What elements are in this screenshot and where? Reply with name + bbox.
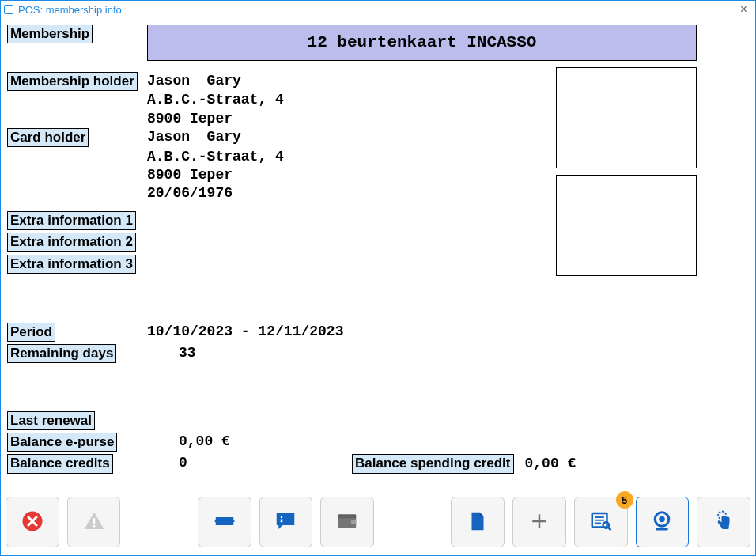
membership-info-window: POS: membership info × Membership 12 beu… <box>0 0 756 556</box>
warning-icon <box>82 509 106 535</box>
content-area: Membership 12 beurtenkaart INCASSO Membe… <box>1 18 755 494</box>
file-icon <box>466 509 490 535</box>
remaining-value: 33 <box>146 344 196 362</box>
photo-slot-1 <box>556 67 697 168</box>
search-list-button[interactable]: 5 <box>574 497 628 547</box>
ticket-button[interactable] <box>198 497 251 547</box>
webcam-button[interactable] <box>636 497 690 547</box>
label-extra2: Extra information 2 <box>7 233 136 252</box>
ticket-icon <box>213 509 236 535</box>
label-extra3: Extra information 3 <box>7 255 136 274</box>
cancel-button[interactable] <box>6 497 59 547</box>
svg-rect-2 <box>93 525 95 528</box>
toolbar: 5 <box>1 494 755 555</box>
window-title: POS: membership info <box>18 4 735 16</box>
epurse-value: 0,00 € <box>146 433 230 451</box>
add-button[interactable] <box>512 497 566 547</box>
label-cardholder: Card holder <box>7 128 89 147</box>
plus-icon <box>527 509 551 535</box>
svg-rect-7 <box>351 520 356 524</box>
cardholder-city: 8900 Ieper <box>146 166 232 184</box>
touch-icon <box>712 509 735 535</box>
label-spending: Balance spending credit <box>352 454 514 473</box>
cardholder-street: A.B.C.-Straat, 4 <box>146 148 284 166</box>
webcam-icon <box>650 509 674 535</box>
cardholder-name: Jason Gary <box>146 128 241 146</box>
spending-value: 0,00 € <box>514 455 576 473</box>
label-epurse: Balance e-purse <box>7 433 117 452</box>
label-extra1: Extra information 1 <box>7 211 136 230</box>
svg-rect-4 <box>281 519 283 522</box>
touch-button[interactable] <box>697 497 750 547</box>
label-membership: Membership <box>7 25 93 43</box>
membership-banner: 12 beurtenkaart INCASSO <box>147 25 697 61</box>
label-credits: Balance credits <box>7 454 113 473</box>
holder-name: Jason Gary <box>146 72 241 90</box>
svg-point-15 <box>660 516 666 522</box>
credits-value: 0 <box>146 454 187 472</box>
svg-rect-1 <box>93 518 95 524</box>
warning-button[interactable] <box>67 497 121 547</box>
svg-rect-6 <box>338 514 357 518</box>
label-holder: Membership holder <box>7 72 138 91</box>
message-button[interactable] <box>259 497 313 547</box>
titlebar: POS: membership info × <box>1 1 755 18</box>
wallet-icon <box>335 509 359 535</box>
svg-line-13 <box>607 527 610 530</box>
chat-icon <box>274 509 297 535</box>
badge-count: 5 <box>616 491 633 509</box>
document-button[interactable] <box>451 497 505 547</box>
photo-slot-2 <box>556 175 697 276</box>
window-icon <box>4 5 13 14</box>
svg-point-3 <box>281 516 283 518</box>
holder-city: 8900 Ieper <box>146 110 232 128</box>
label-lastrenewal: Last renewal <box>7 411 95 430</box>
list-search-icon <box>589 509 613 535</box>
holder-street: A.B.C.-Straat, 4 <box>146 91 284 109</box>
period-value: 10/10/2023 - 12/11/2023 <box>146 323 343 341</box>
label-remaining: Remaining days <box>7 344 116 363</box>
cancel-icon <box>21 509 44 535</box>
cardholder-dob: 20/06/1976 <box>146 184 232 202</box>
close-icon[interactable]: × <box>735 3 752 16</box>
label-period: Period <box>7 323 55 342</box>
wallet-button[interactable] <box>320 497 374 547</box>
